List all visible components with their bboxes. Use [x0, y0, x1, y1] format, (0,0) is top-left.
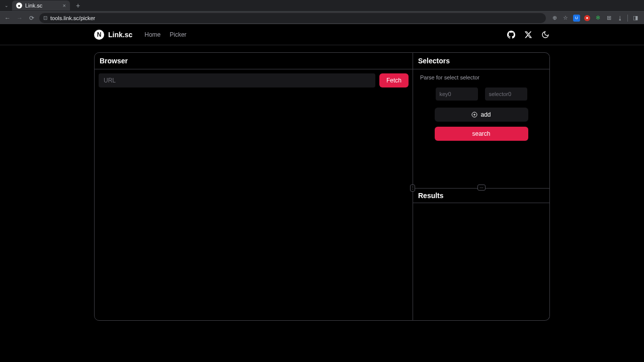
- zoom-icon[interactable]: ⊕: [551, 15, 558, 22]
- selector-key-input[interactable]: [436, 87, 478, 101]
- browser-body: Fetch: [95, 69, 413, 92]
- selectors-hint: Parse for select selector: [420, 74, 542, 80]
- extension-adblock-icon[interactable]: ●: [584, 15, 590, 21]
- nav-link-home[interactable]: Home: [144, 31, 160, 38]
- sidepanel-icon[interactable]: ◨: [632, 15, 639, 22]
- brand-text: Link.sc: [108, 31, 132, 39]
- url-input[interactable]: [99, 73, 375, 87]
- separator: [627, 15, 628, 22]
- theme-toggle-icon[interactable]: [541, 30, 550, 39]
- selector-value-input[interactable]: [485, 87, 527, 101]
- plus-circle-icon: [471, 112, 477, 118]
- fetch-button[interactable]: Fetch: [379, 73, 409, 87]
- favicon-icon: ●: [16, 3, 22, 9]
- nav-link-picker[interactable]: Picker: [170, 31, 186, 38]
- browser-panel-title: Browser: [95, 53, 413, 69]
- extensions-puzzle-icon[interactable]: ⊞: [605, 15, 612, 22]
- selector-row: [420, 87, 542, 101]
- page-content: N Link.sc Home Picker Brow: [0, 24, 644, 362]
- logo-icon: N: [94, 30, 104, 40]
- add-button-label: add: [480, 111, 491, 118]
- address-bar: ← → ⟳ ⊡ tools.link.sc/picker ⊕ ☆ U ● ✻ ⊞…: [0, 11, 644, 24]
- selectors-body: Parse for select selector add search: [413, 69, 549, 146]
- github-icon[interactable]: [507, 30, 516, 39]
- selectors-panel: Selectors Parse for select selector add …: [413, 53, 549, 189]
- resize-handle-horizontal[interactable]: ⋮: [410, 185, 415, 192]
- nav-links: Home Picker: [144, 31, 186, 38]
- nav-right: [507, 30, 550, 39]
- resize-handle-vertical[interactable]: ⋯: [477, 185, 486, 191]
- x-twitter-icon[interactable]: [524, 30, 533, 39]
- results-panel-title: Results: [413, 189, 549, 203]
- top-nav: N Link.sc Home Picker: [0, 24, 644, 45]
- downloads-icon[interactable]: ⭳: [616, 15, 623, 22]
- bookmark-icon[interactable]: ☆: [562, 15, 569, 22]
- close-icon[interactable]: ×: [63, 3, 66, 9]
- new-tab-button[interactable]: +: [73, 1, 83, 11]
- add-button[interactable]: add: [435, 108, 528, 122]
- url-text: tools.link.sc/picker: [50, 15, 95, 21]
- tab-title: Link.sc: [25, 3, 42, 9]
- extension-icons: ⊕ ☆ U ● ✻ ⊞ ⭳ ◨: [549, 15, 641, 22]
- browser-panel: Browser Fetch: [94, 52, 413, 321]
- forward-button[interactable]: →: [15, 14, 24, 23]
- results-panel: Results: [413, 189, 549, 320]
- extension-shield-icon[interactable]: U: [573, 15, 580, 22]
- selectors-panel-title: Selectors: [413, 53, 549, 69]
- search-button[interactable]: search: [435, 127, 528, 141]
- back-button[interactable]: ←: [3, 14, 12, 23]
- omnibox[interactable]: ⊡ tools.link.sc/picker: [39, 13, 546, 23]
- tabs-dropdown-icon[interactable]: ⌄: [3, 2, 10, 9]
- extension-green-icon[interactable]: ✻: [594, 15, 601, 22]
- browser-tab[interactable]: ● Link.sc ×: [12, 1, 70, 11]
- tab-strip: ⌄ ● Link.sc × +: [0, 0, 644, 11]
- main-panels: Browser Fetch Selectors Parse for select…: [94, 52, 550, 321]
- reload-button[interactable]: ⟳: [27, 14, 36, 23]
- browser-chrome: ⌄ ● Link.sc × + ← → ⟳ ⊡ tools.link.sc/pi…: [0, 0, 644, 24]
- site-info-icon[interactable]: ⊡: [43, 15, 47, 21]
- right-column: Selectors Parse for select selector add …: [413, 52, 550, 321]
- brand[interactable]: N Link.sc: [94, 30, 132, 40]
